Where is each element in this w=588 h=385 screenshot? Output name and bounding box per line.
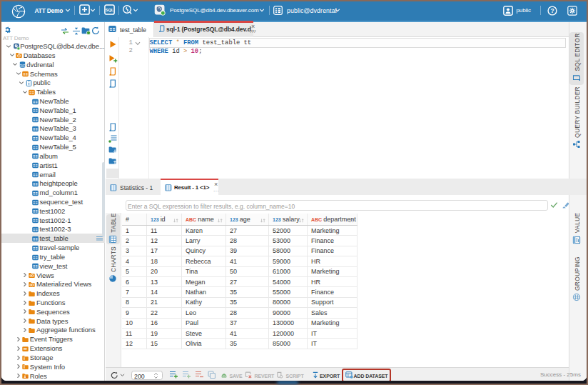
svg-text:SQL: SQL [106, 8, 114, 12]
svg-text:?: ? [550, 7, 554, 14]
